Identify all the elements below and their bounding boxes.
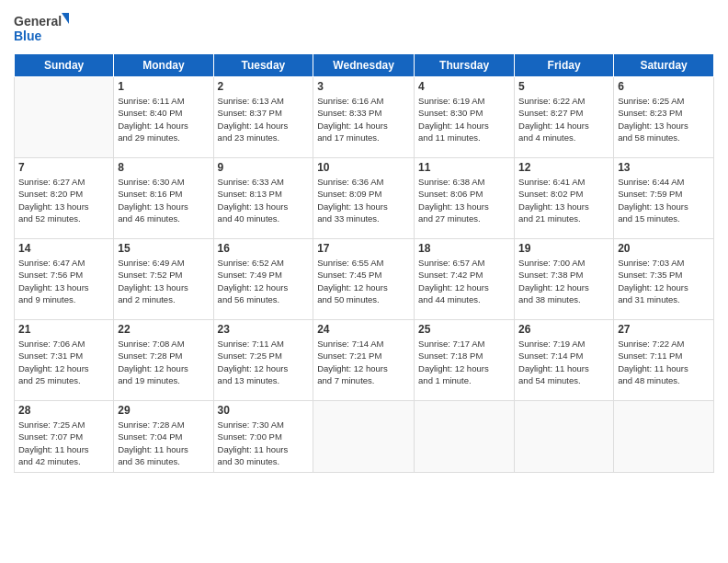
calendar-day-cell: 4Sunrise: 6:19 AMSunset: 8:30 PMDaylight… [415,77,515,158]
calendar-day-cell: 30Sunrise: 7:30 AMSunset: 7:00 PMDayligh… [213,401,313,473]
calendar-day-cell: 3Sunrise: 6:16 AMSunset: 8:33 PMDaylight… [313,77,415,158]
day-info: Sunrise: 6:55 AMSunset: 7:45 PMDaylight:… [317,257,410,305]
day-number: 24 [317,323,410,336]
calendar-day-cell [313,401,415,473]
calendar-day-cell: 16Sunrise: 6:52 AMSunset: 7:49 PMDayligh… [213,239,313,320]
calendar-day-cell: 19Sunrise: 7:00 AMSunset: 7:38 PMDayligh… [515,239,614,320]
calendar-week-row: 14Sunrise: 6:47 AMSunset: 7:56 PMDayligh… [15,239,714,320]
calendar-day-cell: 11Sunrise: 6:38 AMSunset: 8:06 PMDayligh… [415,158,515,239]
calendar-day-cell [515,401,614,473]
calendar-day-cell: 7Sunrise: 6:27 AMSunset: 8:20 PMDaylight… [15,158,114,239]
calendar-day-cell: 14Sunrise: 6:47 AMSunset: 7:56 PMDayligh… [15,239,114,320]
calendar-day-cell: 22Sunrise: 7:08 AMSunset: 7:28 PMDayligh… [114,320,213,401]
calendar-day-cell: 9Sunrise: 6:33 AMSunset: 8:13 PMDaylight… [213,158,313,239]
calendar-day-cell: 17Sunrise: 6:55 AMSunset: 7:45 PMDayligh… [313,239,415,320]
logo-svg: General Blue [14,9,69,48]
day-info: Sunrise: 6:25 AMSunset: 8:23 PMDaylight:… [618,95,710,144]
day-info: Sunrise: 6:30 AMSunset: 8:16 PMDaylight:… [118,176,209,224]
day-number: 27 [618,323,710,336]
col-tuesday: Tuesday [213,54,313,77]
day-info: Sunrise: 6:33 AMSunset: 8:13 PMDaylight:… [218,176,310,224]
day-number: 1 [118,80,209,93]
calendar-day-cell: 29Sunrise: 7:28 AMSunset: 7:04 PMDayligh… [114,401,213,473]
calendar-day-cell: 28Sunrise: 7:25 AMSunset: 7:07 PMDayligh… [15,401,114,473]
day-number: 8 [118,161,209,174]
col-sunday: Sunday [15,54,114,77]
day-info: Sunrise: 6:19 AMSunset: 8:30 PMDaylight:… [418,95,510,144]
day-number: 11 [418,161,510,174]
day-number: 16 [218,242,310,255]
calendar-header-row: Sunday Monday Tuesday Wednesday Thursday… [15,54,714,77]
day-info: Sunrise: 7:19 AMSunset: 7:14 PMDaylight:… [518,338,609,386]
day-number: 5 [518,80,609,93]
day-number: 29 [118,404,209,417]
day-number: 10 [317,161,410,174]
page: General Blue Sunday Monday Tuesday Wedne… [0,0,728,563]
day-info: Sunrise: 6:38 AMSunset: 8:06 PMDaylight:… [418,176,510,224]
day-number: 22 [118,323,209,336]
col-thursday: Thursday [415,54,515,77]
calendar-day-cell: 1Sunrise: 6:11 AMSunset: 8:40 PMDaylight… [114,77,213,158]
day-number: 23 [218,323,310,336]
day-info: Sunrise: 6:44 AMSunset: 7:59 PMDaylight:… [618,176,710,224]
day-info: Sunrise: 7:22 AMSunset: 7:11 PMDaylight:… [618,338,710,386]
day-info: Sunrise: 7:30 AMSunset: 7:00 PMDaylight:… [218,419,310,467]
day-info: Sunrise: 7:28 AMSunset: 7:04 PMDaylight:… [118,419,209,467]
calendar-day-cell: 8Sunrise: 6:30 AMSunset: 8:16 PMDaylight… [114,158,213,239]
header: General Blue [14,9,714,48]
day-info: Sunrise: 6:22 AMSunset: 8:27 PMDaylight:… [518,95,609,144]
calendar-week-row: 21Sunrise: 7:06 AMSunset: 7:31 PMDayligh… [15,320,714,401]
day-info: Sunrise: 7:03 AMSunset: 7:35 PMDaylight:… [618,257,710,305]
day-info: Sunrise: 7:11 AMSunset: 7:25 PMDaylight:… [218,338,310,386]
col-saturday: Saturday [614,54,714,77]
day-number: 18 [418,242,510,255]
col-friday: Friday [515,54,614,77]
calendar-day-cell: 24Sunrise: 7:14 AMSunset: 7:21 PMDayligh… [313,320,415,401]
calendar-week-row: 28Sunrise: 7:25 AMSunset: 7:07 PMDayligh… [15,401,714,473]
calendar-week-row: 1Sunrise: 6:11 AMSunset: 8:40 PMDaylight… [15,77,714,158]
day-info: Sunrise: 6:16 AMSunset: 8:33 PMDaylight:… [317,95,410,144]
calendar-day-cell: 18Sunrise: 6:57 AMSunset: 7:42 PMDayligh… [415,239,515,320]
day-number: 12 [518,161,609,174]
day-number: 2 [218,80,310,93]
calendar-day-cell: 27Sunrise: 7:22 AMSunset: 7:11 PMDayligh… [614,320,714,401]
calendar-day-cell: 20Sunrise: 7:03 AMSunset: 7:35 PMDayligh… [614,239,714,320]
day-info: Sunrise: 6:36 AMSunset: 8:09 PMDaylight:… [317,176,410,224]
day-number: 25 [418,323,510,336]
calendar-day-cell: 13Sunrise: 6:44 AMSunset: 7:59 PMDayligh… [614,158,714,239]
svg-text:Blue: Blue [14,29,42,43]
day-number: 15 [118,242,209,255]
day-number: 28 [18,404,109,417]
calendar: Sunday Monday Tuesday Wednesday Thursday… [14,53,714,473]
logo: General Blue [14,9,69,48]
day-number: 9 [218,161,310,174]
day-info: Sunrise: 6:47 AMSunset: 7:56 PMDaylight:… [18,257,109,305]
day-info: Sunrise: 7:14 AMSunset: 7:21 PMDaylight:… [317,338,410,386]
col-monday: Monday [114,54,213,77]
calendar-day-cell [614,401,714,473]
day-info: Sunrise: 7:00 AMSunset: 7:38 PMDaylight:… [518,257,609,305]
day-info: Sunrise: 6:11 AMSunset: 8:40 PMDaylight:… [118,95,209,144]
day-number: 21 [18,323,109,336]
calendar-day-cell: 12Sunrise: 6:41 AMSunset: 8:02 PMDayligh… [515,158,614,239]
day-number: 13 [618,161,710,174]
day-info: Sunrise: 7:25 AMSunset: 7:07 PMDaylight:… [18,419,109,467]
day-number: 14 [18,242,109,255]
day-number: 6 [618,80,710,93]
calendar-day-cell: 15Sunrise: 6:49 AMSunset: 7:52 PMDayligh… [114,239,213,320]
calendar-day-cell: 26Sunrise: 7:19 AMSunset: 7:14 PMDayligh… [515,320,614,401]
calendar-day-cell: 25Sunrise: 7:17 AMSunset: 7:18 PMDayligh… [415,320,515,401]
calendar-day-cell [415,401,515,473]
calendar-week-row: 7Sunrise: 6:27 AMSunset: 8:20 PMDaylight… [15,158,714,239]
day-info: Sunrise: 6:41 AMSunset: 8:02 PMDaylight:… [518,176,609,224]
day-info: Sunrise: 6:52 AMSunset: 7:49 PMDaylight:… [218,257,310,305]
day-number: 4 [418,80,510,93]
calendar-day-cell: 10Sunrise: 6:36 AMSunset: 8:09 PMDayligh… [313,158,415,239]
day-number: 7 [18,161,109,174]
svg-marker-2 [62,13,69,24]
day-info: Sunrise: 7:17 AMSunset: 7:18 PMDaylight:… [418,338,510,386]
day-info: Sunrise: 7:08 AMSunset: 7:28 PMDaylight:… [118,338,209,386]
day-info: Sunrise: 6:57 AMSunset: 7:42 PMDaylight:… [418,257,510,305]
day-number: 19 [518,242,609,255]
day-info: Sunrise: 6:49 AMSunset: 7:52 PMDaylight:… [118,257,209,305]
